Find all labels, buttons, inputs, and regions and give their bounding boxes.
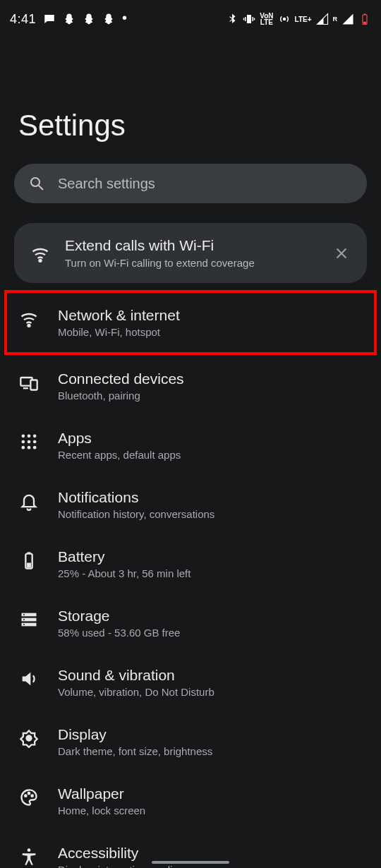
svg-point-4 bbox=[31, 178, 40, 186]
svg-point-9 bbox=[28, 325, 30, 327]
status-left: 4:41 • bbox=[10, 12, 127, 27]
status-bar: 4:41 • VoNLTE LTE+ R bbox=[0, 0, 381, 38]
svg-point-18 bbox=[33, 440, 37, 444]
item-subtitle: Bluetooth, pairing bbox=[58, 390, 363, 402]
snapchat-icon bbox=[83, 13, 95, 25]
svg-point-31 bbox=[27, 736, 32, 741]
item-network-internet[interactable]: Network & internet Mobile, Wi-Fi, hotspo… bbox=[7, 293, 374, 352]
signal-icon bbox=[316, 13, 329, 25]
search-input[interactable] bbox=[58, 176, 353, 192]
svg-point-15 bbox=[33, 435, 37, 438]
search-bar[interactable] bbox=[14, 164, 367, 203]
battery-low-icon bbox=[358, 13, 371, 25]
item-subtitle: Recent apps, default apps bbox=[58, 449, 363, 461]
svg-point-21 bbox=[33, 446, 37, 450]
clock: 4:41 bbox=[10, 12, 36, 27]
item-notifications[interactable]: Notifications Notification history, conv… bbox=[14, 475, 367, 534]
item-sound-vibration[interactable]: Sound & vibration Volume, vibration, Do … bbox=[14, 653, 367, 712]
svg-point-29 bbox=[23, 619, 25, 620]
svg-point-28 bbox=[23, 614, 25, 615]
item-subtitle: 58% used - 53.60 GB free bbox=[58, 627, 363, 639]
snapchat-icon bbox=[102, 13, 115, 25]
svg-point-0 bbox=[283, 18, 285, 20]
item-battery[interactable]: Battery 25% - About 3 hr, 56 min left bbox=[14, 534, 367, 593]
item-subtitle: Mobile, Wi-Fi, hotspot bbox=[58, 326, 363, 338]
bluetooth-icon bbox=[226, 13, 238, 25]
item-storage[interactable]: Storage 58% used - 53.60 GB free bbox=[14, 593, 367, 653]
item-title: Battery bbox=[58, 548, 363, 565]
svg-point-16 bbox=[22, 440, 25, 444]
svg-point-32 bbox=[25, 795, 26, 797]
item-title: Connected devices bbox=[58, 370, 363, 387]
item-wallpaper[interactable]: Wallpaper Home, lock screen bbox=[14, 771, 367, 831]
item-connected-devices[interactable]: Connected devices Bluetooth, pairing bbox=[14, 356, 367, 416]
svg-point-34 bbox=[32, 795, 33, 797]
item-title: Network & internet bbox=[58, 307, 363, 324]
palette-icon bbox=[18, 787, 40, 808]
volume-icon bbox=[18, 668, 40, 689]
item-title: Apps bbox=[58, 430, 363, 447]
item-title: Sound & vibration bbox=[58, 667, 363, 684]
gesture-nav-indicator[interactable] bbox=[152, 861, 229, 864]
item-subtitle: 25% - About 3 hr, 56 min left bbox=[58, 567, 363, 579]
suggestion-card[interactable]: Extend calls with Wi-Fi Turn on Wi-Fi ca… bbox=[14, 223, 367, 283]
item-title: Notifications bbox=[58, 489, 363, 506]
item-title: Storage bbox=[58, 608, 363, 625]
lte-indicator: LTE+ bbox=[295, 16, 312, 23]
page-title: Settings bbox=[18, 109, 363, 143]
wifi-icon bbox=[30, 243, 51, 265]
battery-icon bbox=[18, 550, 40, 571]
vibrate-icon bbox=[243, 13, 255, 25]
svg-line-5 bbox=[39, 186, 43, 190]
item-subtitle: Dark theme, font size, brightness bbox=[58, 745, 363, 757]
storage-icon bbox=[18, 609, 40, 630]
apps-grid-icon bbox=[18, 431, 40, 452]
roaming-indicator: R bbox=[333, 16, 338, 23]
svg-point-14 bbox=[28, 435, 31, 438]
svg-rect-24 bbox=[27, 563, 31, 568]
search-icon bbox=[28, 175, 45, 192]
settings-list: Network & internet Mobile, Wi-Fi, hotspo… bbox=[14, 293, 367, 868]
close-button[interactable] bbox=[332, 243, 351, 263]
svg-rect-11 bbox=[30, 380, 37, 390]
item-display[interactable]: Display Dark theme, font size, brightnes… bbox=[14, 712, 367, 771]
svg-rect-2 bbox=[364, 14, 366, 16]
message-icon bbox=[43, 13, 56, 25]
svg-point-35 bbox=[28, 848, 31, 852]
svg-point-20 bbox=[28, 446, 31, 450]
item-subtitle: Display, interaction, audio bbox=[58, 864, 363, 868]
hotspot-icon bbox=[278, 13, 291, 25]
suggestion-title: Extend calls with Wi-Fi bbox=[65, 237, 318, 254]
brightness-icon bbox=[18, 728, 40, 749]
svg-point-30 bbox=[23, 624, 25, 625]
volte-indicator: VoNLTE bbox=[260, 13, 273, 25]
svg-point-13 bbox=[22, 435, 25, 438]
wifi-icon bbox=[18, 308, 40, 330]
bell-icon bbox=[18, 490, 40, 512]
item-apps[interactable]: Apps Recent apps, default apps bbox=[14, 416, 367, 475]
accessibility-icon bbox=[18, 846, 40, 867]
item-subtitle: Home, lock screen bbox=[58, 804, 363, 816]
svg-point-19 bbox=[22, 446, 25, 450]
item-subtitle: Volume, vibration, Do Not Disturb bbox=[58, 686, 363, 698]
status-right: VoNLTE LTE+ R bbox=[226, 13, 371, 25]
item-title: Accessibility bbox=[58, 845, 363, 862]
item-subtitle: Notification history, conversations bbox=[58, 508, 363, 520]
snapchat-icon bbox=[63, 13, 75, 25]
svg-point-6 bbox=[39, 259, 41, 261]
svg-rect-23 bbox=[28, 552, 31, 553]
svg-point-33 bbox=[28, 792, 30, 794]
svg-rect-3 bbox=[363, 22, 366, 24]
suggestion-subtitle: Turn on Wi-Fi calling to extend coverage bbox=[65, 257, 318, 269]
svg-point-17 bbox=[28, 440, 31, 444]
item-title: Wallpaper bbox=[58, 785, 363, 802]
signal-icon bbox=[341, 13, 354, 25]
item-title: Display bbox=[58, 726, 363, 743]
devices-icon bbox=[18, 372, 40, 393]
